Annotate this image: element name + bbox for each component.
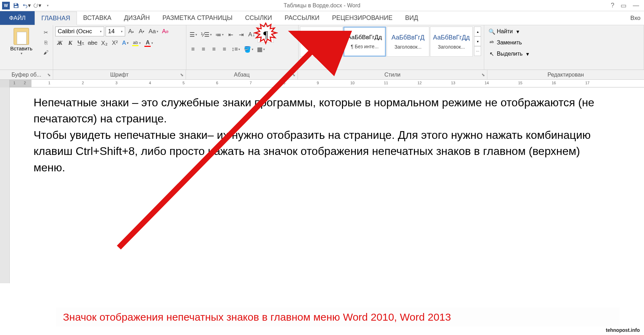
increase-indent-icon[interactable]: ⇥	[237, 30, 246, 39]
font-size-combo[interactable]: 14▾	[106, 27, 125, 36]
justify-icon[interactable]: ≡	[220, 45, 229, 54]
change-case-icon[interactable]: Aa▾	[148, 27, 159, 36]
underline-button[interactable]: Ч▾	[76, 38, 85, 48]
paste-icon[interactable]	[14, 28, 29, 45]
font-color-icon[interactable]: A▾	[143, 38, 154, 48]
dialog-launcher-icon[interactable]: ⬊	[481, 72, 485, 77]
text-effects-icon[interactable]: A▾	[121, 38, 130, 48]
align-center-icon[interactable]: ≡	[199, 45, 208, 54]
align-right-icon[interactable]: ≡	[209, 45, 219, 54]
ribbon-collapse-icon[interactable]: ▭	[621, 2, 627, 9]
label-styles: Стили⬊	[298, 70, 487, 79]
document-paragraph: Непечатные знаки – это служебные знаки п…	[34, 94, 613, 127]
label-clipboard: Буфер об...⬊	[0, 70, 53, 79]
group-styles: АаБбВвГгДд ¶ Обычный АаБбВвГгДд ¶ Без ин…	[299, 25, 484, 70]
bold-button[interactable]: Ж	[55, 38, 64, 48]
multilevel-list-icon[interactable]: ≔▾	[214, 30, 225, 39]
decrease-indent-icon[interactable]: ⇤	[226, 30, 235, 39]
style-gallery-scroll: ▴ ▾ ⋯	[474, 27, 481, 57]
vertical-ruler[interactable]	[0, 87, 10, 283]
ruler-number: 10	[350, 81, 355, 85]
style-normal[interactable]: АаБбВвГгДд ¶ Обычный	[300, 27, 343, 57]
word-app-icon[interactable]: W	[2, 2, 10, 9]
ribbon-group-labels: Буфер об...⬊ Шрифт⬊ Абзац⬊ Стили⬊ Редакт…	[0, 70, 644, 80]
ruler-number: 2	[82, 81, 84, 85]
ruler-number: 8	[283, 81, 285, 85]
style-heading2[interactable]: АаБбВвГгДд Заголовок...	[430, 27, 473, 57]
tab-home[interactable]: ГЛАВНАЯ	[35, 12, 77, 25]
document-area: Непечатные знаки – это служебные знаки п…	[0, 87, 644, 283]
ruler-number: 1	[13, 81, 15, 85]
cut-icon[interactable]: ✂	[42, 29, 50, 36]
align-left-icon[interactable]: ≡	[188, 45, 198, 54]
select-button[interactable]: ↖Выделить▾	[486, 49, 531, 59]
ruler-number: 12	[417, 81, 422, 85]
line-spacing-icon[interactable]: ↕≡▾	[230, 45, 241, 54]
style-no-spacing[interactable]: АаБбВвГгДд ¶ Без инте...	[343, 27, 386, 57]
replace-button[interactable]: ᵃᵇЗаменить	[486, 38, 524, 48]
grow-font-icon[interactable]: A▴	[127, 27, 136, 36]
superscript-button[interactable]: X²	[110, 38, 119, 48]
dialog-launcher-icon[interactable]: ⬊	[47, 72, 51, 77]
ruler-number: 14	[485, 81, 489, 85]
dialog-launcher-icon[interactable]: ⬊	[292, 72, 295, 77]
find-icon: 🔍	[488, 28, 495, 35]
shading-icon[interactable]: 🪣▾	[243, 45, 255, 54]
[interactable]: 121234567891011121314151617	[10, 80, 644, 87]
font-name-combo[interactable]: Calibri (Оснс▾	[55, 27, 104, 36]
ruler-number: 9	[317, 81, 319, 85]
format-painter-icon[interactable]: 🖌	[42, 48, 50, 56]
tab-review[interactable]: РЕЦЕНЗИРОВАНИЕ	[326, 11, 399, 25]
replace-icon: ᵃᵇ	[488, 40, 495, 46]
find-button[interactable]: 🔍Найти▾	[486, 27, 521, 36]
ruler-number: 6	[216, 81, 218, 85]
style-scroll-down-icon[interactable]: ▾	[474, 36, 481, 46]
redo-icon[interactable]: ▾	[33, 1, 41, 10]
highlight-color-icon[interactable]: ab▾	[131, 38, 142, 48]
label-editing: Редактирован	[487, 70, 644, 79]
italic-button[interactable]: К	[66, 38, 75, 48]
shrink-font-icon[interactable]: A▾	[137, 27, 146, 36]
tab-references[interactable]: ССЫЛКИ	[239, 11, 278, 25]
tab-insert[interactable]: ВСТАВКА	[77, 11, 118, 25]
ruler-number: 3	[115, 81, 117, 85]
borders-icon[interactable]: ▦▾	[256, 45, 266, 54]
help-icon[interactable]: ?	[611, 2, 614, 9]
tab-file[interactable]: ФАЙЛ	[0, 11, 35, 25]
bullets-icon[interactable]: ☰▾	[188, 30, 198, 39]
qat-customize-icon[interactable]: ▾	[43, 1, 52, 10]
ruler-number: 15	[518, 81, 522, 85]
document-page[interactable]: Непечатные знаки – это служебные знаки п…	[10, 87, 644, 283]
tab-design[interactable]: ДИЗАЙН	[118, 11, 156, 25]
paste-button[interactable]: Вставить	[10, 45, 33, 51]
show-hide-formatting-button[interactable]: ¶	[258, 27, 274, 43]
undo-icon[interactable]: ▾	[22, 1, 31, 10]
ruler-number: 7	[250, 81, 252, 85]
ribbon-tabs: ФАЙЛ ГЛАВНАЯ ВСТАВКА ДИЗАЙН РАЗМЕТКА СТР…	[0, 11, 644, 25]
sort-icon[interactable]: A↓	[247, 30, 256, 39]
dropdown-icon[interactable]: ▾	[28, 2, 31, 9]
ruler-number: 5	[183, 81, 185, 85]
ruler-number: 11	[384, 81, 388, 85]
group-clipboard: Вставить ▾ ✂ ⎘ 🖌	[0, 25, 53, 70]
style-gallery-more-icon[interactable]: ⋯	[474, 46, 481, 56]
dialog-launcher-icon[interactable]: ⬊	[180, 72, 184, 77]
tab-layout[interactable]: РАЗМЕТКА СТРАНИЦЫ	[156, 11, 239, 25]
subscript-button[interactable]: X₂	[100, 38, 109, 48]
ruler-number: 16	[552, 81, 556, 85]
style-scroll-up-icon[interactable]: ▴	[474, 27, 481, 36]
minimize-icon[interactable]: —	[633, 2, 639, 9]
save-icon[interactable]	[12, 1, 20, 10]
style-heading1[interactable]: АаБбВвГгД Заголовок...	[387, 27, 429, 57]
group-paragraph: ☰▾ ⅟☰▾ ≔▾ ⇤ ⇥ A↓ ¶ ≡ ≡ ≡ ≡ ↕≡▾ 🪣▾	[186, 25, 299, 70]
clear-formatting-icon[interactable]: A⊘	[161, 27, 170, 36]
sign-in[interactable]: Вхо	[630, 15, 644, 22]
paste-dropdown-icon[interactable]: ▾	[21, 51, 22, 55]
dropdown-icon[interactable]: ▾	[38, 2, 41, 9]
copy-icon[interactable]: ⎘	[42, 38, 50, 46]
tab-mailings[interactable]: РАССЫЛКИ	[278, 11, 326, 25]
select-icon: ↖	[488, 51, 495, 57]
tab-view[interactable]: ВИД	[399, 11, 424, 25]
numbering-icon[interactable]: ⅟☰▾	[200, 30, 213, 39]
strikethrough-button[interactable]: abc	[87, 38, 98, 48]
